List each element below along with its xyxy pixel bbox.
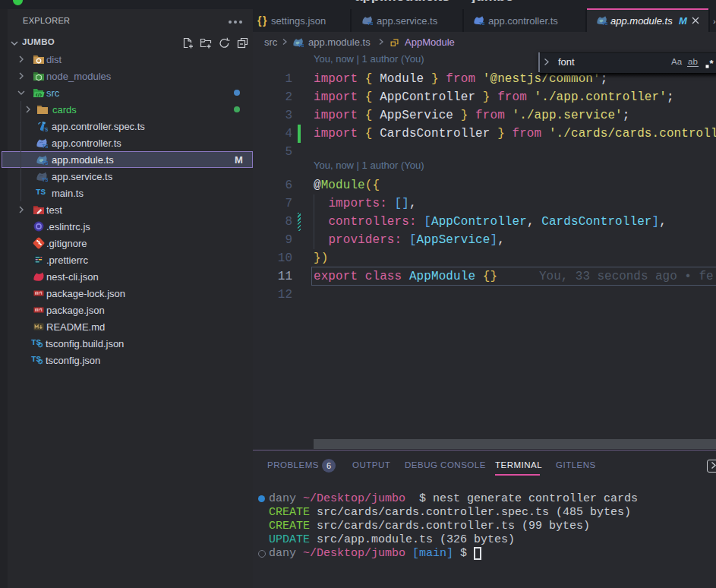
svg-text:*: * <box>710 58 714 69</box>
svg-text:TS: TS <box>42 177 48 182</box>
svg-text:TS: TS <box>298 43 304 48</box>
svg-text:TS: TS <box>42 127 48 132</box>
svg-text:TS: TS <box>602 21 607 26</box>
svg-text:TS: TS <box>367 21 373 26</box>
svg-text:TS: TS <box>42 144 48 149</box>
svg-text:TS: TS <box>479 21 484 26</box>
svg-text:TS: TS <box>42 160 48 166</box>
